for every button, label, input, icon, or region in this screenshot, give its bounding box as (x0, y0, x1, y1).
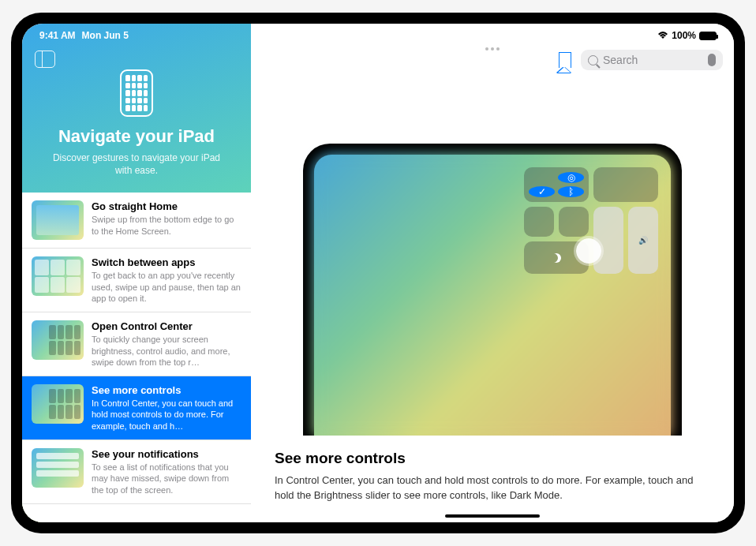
sidebar-subtitle: Discover gestures to navigate your iPad … (36, 151, 237, 177)
sidebar-toggle-button[interactable] (35, 50, 55, 68)
status-right: 100% (657, 30, 717, 41)
sidebar-title: Navigate your iPad (36, 126, 237, 147)
thumbnail-icon (32, 448, 84, 488)
hero-illustration: ◎ ✓ ᛒ 🔊 (251, 79, 734, 436)
item-title: Open Control Center (92, 320, 241, 332)
main-content: Search ◎ ✓ ᛒ (251, 24, 734, 522)
brightness-slider (593, 207, 623, 274)
sidebar: Navigate your iPad Discover gestures to … (22, 24, 251, 522)
bluetooth-icon: ᛒ (558, 186, 584, 197)
volume-slider: 🔊 (628, 207, 658, 274)
content-area: Navigate your iPad Discover gestures to … (22, 24, 734, 522)
status-left: 9:41 AM Mon Jun 5 (39, 30, 129, 41)
wifi-toggle-icon: ✓ (529, 186, 555, 197)
sidebar-header: Navigate your iPad Discover gestures to … (22, 24, 251, 193)
sidebar-list[interactable]: Go straight Home Swipe up from the botto… (22, 193, 251, 522)
airdrop-icon: ◎ (558, 172, 584, 183)
battery-icon (699, 32, 717, 40)
cc-tile (559, 207, 589, 237)
connectivity-tile: ◎ ✓ ᛒ (524, 167, 589, 202)
home-indicator[interactable] (445, 514, 540, 518)
thumbnail-icon (32, 256, 84, 296)
list-item: See your notifications To see a list of … (92, 448, 241, 496)
thumbnail-icon (32, 384, 84, 424)
battery-percent: 100% (672, 30, 696, 41)
ipad-screen: 9:41 AM Mon Jun 5 100% (22, 24, 734, 522)
item-desc: Swipe up from the bottom edge to go to t… (92, 214, 241, 237)
list-item: Switch between apps To get back to an ap… (92, 256, 241, 304)
media-tile (593, 167, 658, 202)
item-title: See your notifications (92, 448, 241, 460)
item-desc: To get back to an app you've recently us… (92, 270, 241, 304)
thumbnail-icon (32, 320, 84, 360)
search-field[interactable]: Search (581, 50, 723, 70)
list-item: See more controls In Control Center, you… (92, 384, 241, 432)
article-body: In Control Center, you can touch and hol… (275, 473, 710, 503)
item-title: Go straight Home (92, 200, 241, 212)
search-icon (588, 55, 598, 65)
cc-tile (524, 207, 554, 237)
ipad-device-frame: 9:41 AM Mon Jun 5 100% (11, 13, 745, 533)
multitask-dots-icon[interactable] (485, 47, 500, 50)
moon-icon (552, 253, 561, 263)
hero-ipad-screen: ◎ ✓ ᛒ 🔊 (314, 155, 671, 436)
bookmark-icon[interactable] (559, 52, 571, 68)
article-section: See more controls In Control Center, you… (251, 436, 734, 522)
list-item: Open Control Center To quickly change yo… (92, 320, 241, 368)
sidebar-item-see-more-controls[interactable]: See more controls In Control Center, you… (22, 376, 251, 440)
item-title: Switch between apps (92, 256, 241, 268)
search-placeholder: Search (603, 54, 703, 66)
item-desc: To quickly change your screen brightness… (92, 334, 241, 368)
hero-ipad-frame: ◎ ✓ ᛒ 🔊 (303, 144, 682, 436)
status-time: 9:41 AM (39, 30, 76, 41)
ipad-grid-icon (120, 69, 153, 117)
sidebar-item-notifications[interactable]: See your notifications To see a list of … (22, 440, 251, 504)
microphone-icon[interactable] (708, 54, 716, 66)
list-item: Go straight Home Swipe up from the botto… (92, 200, 241, 240)
wifi-icon (657, 32, 668, 39)
item-title: See more controls (92, 384, 241, 396)
sidebar-item-go-home[interactable]: Go straight Home Swipe up from the botto… (22, 193, 251, 249)
sidebar-item-control-center[interactable]: Open Control Center To quickly change yo… (22, 312, 251, 376)
status-date: Mon Jun 5 (82, 30, 129, 41)
item-desc: To see a list of notifications that you … (92, 462, 241, 496)
item-desc: In Control Center, you can touch and hol… (92, 398, 241, 432)
status-bar: 9:41 AM Mon Jun 5 100% (22, 27, 734, 44)
article-title: See more controls (275, 450, 710, 467)
sidebar-item-switch-apps[interactable]: Switch between apps To get back to an ap… (22, 249, 251, 312)
thumbnail-icon (32, 200, 84, 240)
